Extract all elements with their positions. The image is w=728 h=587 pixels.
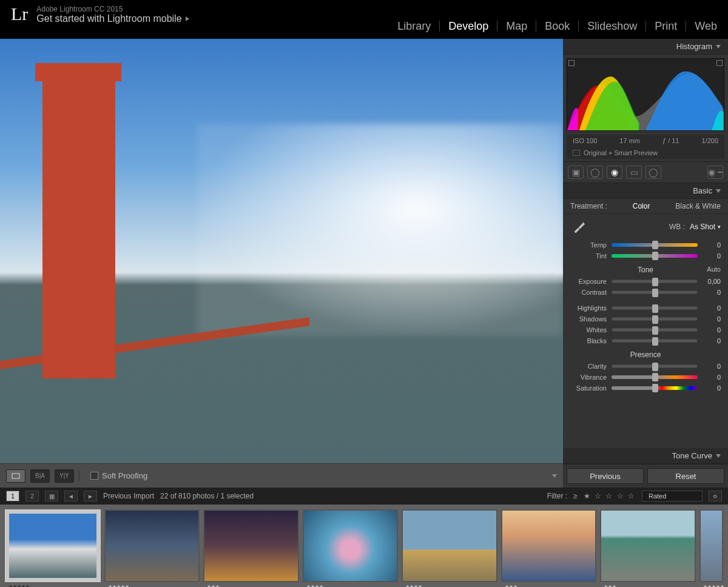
contrast-slider[interactable]: Contrast 0 (563, 287, 728, 298)
wb-label: WB : (669, 223, 685, 231)
crop-tool-icon[interactable]: ▣ (568, 166, 584, 179)
preview-toolbar: B|A Y|Y Soft Proofing (0, 463, 563, 488)
tone-curve-header[interactable]: Tone Curve (563, 448, 728, 464)
preview-icon (573, 150, 580, 156)
treatment-row: Treatment : Color Black & White (563, 199, 728, 214)
loupe-preview[interactable] (0, 39, 563, 463)
thumbnail[interactable]: ★★★★ (303, 509, 398, 582)
source-label[interactable]: Previous Import (103, 492, 154, 500)
filter-lock-icon[interactable]: ⭘ (709, 491, 722, 501)
module-library[interactable]: Library (389, 21, 440, 32)
nav-next-icon[interactable]: ► (84, 491, 97, 501)
module-picker: Library Develop Map Book Slideshow Print… (389, 5, 717, 32)
secondary-toolbar: 1 2 ▦ ◄ ► Previous Import 22 of 810 phot… (0, 488, 728, 505)
module-map[interactable]: Map (497, 21, 536, 32)
soft-proofing-toggle[interactable]: Soft Proofing (90, 471, 147, 480)
treatment-color[interactable]: Color (633, 202, 650, 210)
nav-prev-icon[interactable]: ◄ (64, 491, 78, 501)
main-area: B|A Y|Y Soft Proofing Histogram (0, 39, 728, 488)
white-balance-row: WB : As Shot ▾ (563, 214, 728, 240)
vibrance-slider[interactable]: Vibrance 0 (563, 372, 728, 383)
wb-dropdown[interactable]: As Shot ▾ (690, 223, 721, 231)
preview-column: B|A Y|Y Soft Proofing (0, 39, 563, 488)
histogram-metadata: ISO 100 17 mm ƒ / 11 1/200 (567, 135, 724, 147)
filmstrip[interactable]: ★★★★★ ★★★★★ ★★★ ★★★★ ★★★★ ★★★ ★★★ ★★★★★ (0, 505, 728, 587)
svg-rect-1 (573, 150, 580, 156)
whites-slider[interactable]: Whites 0 (563, 324, 728, 335)
reset-button[interactable]: Reset (647, 468, 724, 484)
filter-compare[interactable]: ≥ (573, 492, 578, 500)
app-title-block: Adobe Lightroom CC 2015 Get started with… (36, 5, 191, 24)
main-window-button[interactable]: 1 (6, 491, 19, 501)
before-after-split-button[interactable]: Y|Y (55, 469, 74, 483)
clarity-slider[interactable]: Clarity 0 (563, 361, 728, 372)
redeye-tool-icon[interactable]: ◉ (607, 166, 622, 179)
svg-rect-0 (12, 474, 19, 478)
histogram-graph[interactable] (567, 58, 724, 131)
chevron-right-icon (186, 16, 192, 21)
temp-slider[interactable]: Temp 0 (563, 240, 728, 250)
before-after-lr-button[interactable]: B|A (30, 469, 50, 483)
module-develop[interactable]: Develop (440, 21, 497, 32)
treatment-label: Treatment : (570, 202, 607, 210)
spot-tool-icon[interactable]: ◯ (587, 166, 603, 179)
history-buttons: Previous Reset (563, 464, 728, 488)
blacks-slider[interactable]: Blacks 0 (563, 335, 728, 346)
thumbnail[interactable]: ★★★★★ (5, 509, 101, 582)
saturation-slider[interactable]: Saturation 0 (563, 383, 728, 394)
module-book[interactable]: Book (536, 21, 579, 32)
brush-tool-icon[interactable]: ◉ (707, 166, 723, 179)
module-slideshow[interactable]: Slideshow (579, 21, 646, 32)
thumbnail[interactable]: ★★★★ (402, 509, 497, 582)
basic-panel: Treatment : Color Black & White WB : As … (563, 199, 728, 394)
previous-button[interactable]: Previous (567, 468, 644, 484)
count-label: 22 of 810 photos / 1 selected (160, 492, 254, 500)
thumbnail[interactable]: ★★★★★ (699, 509, 723, 582)
module-web[interactable]: Web (686, 21, 717, 32)
shadow-clip-icon[interactable] (568, 60, 575, 66)
auto-tone-button[interactable]: Auto (707, 266, 721, 273)
eyedropper-icon[interactable] (570, 218, 588, 236)
chevron-down-icon (716, 454, 721, 458)
tint-slider[interactable]: Tint 0 (563, 250, 728, 261)
filter-preset-dropdown[interactable]: Rated (642, 491, 703, 501)
second-window-button[interactable]: 2 (25, 491, 39, 501)
checkbox-icon (90, 472, 98, 480)
module-print[interactable]: Print (646, 21, 686, 32)
local-tools-row: ▣ ◯ ◉ ▭ ◯ ◉ (563, 161, 728, 183)
thumbnail[interactable]: ★★★ (501, 509, 596, 582)
gradient-tool-icon[interactable]: ▭ (626, 166, 642, 179)
app-logo: Lr (11, 5, 28, 23)
tone-section: Tone Auto (563, 261, 728, 276)
treatment-bw[interactable]: Black & White (675, 202, 721, 210)
preview-mode-label: Original + Smart Preview (567, 147, 724, 159)
mobile-link[interactable]: Get started with Lightroom mobile (36, 13, 191, 24)
highlight-clip-icon[interactable] (716, 60, 723, 66)
thumbnail[interactable]: ★★★ (600, 509, 695, 582)
radial-tool-icon[interactable]: ◯ (645, 166, 661, 179)
app-title: Adobe Lightroom CC 2015 (36, 5, 191, 13)
basic-panel-header[interactable]: Basic (563, 183, 728, 199)
chevron-down-icon (716, 45, 721, 49)
chevron-down-icon (716, 189, 721, 193)
loupe-view-button[interactable] (6, 469, 25, 483)
grid-view-icon[interactable]: ▦ (45, 491, 58, 501)
filter-stars[interactable]: ★ ☆ ☆ ☆ ☆ (584, 492, 636, 500)
highlights-slider[interactable]: Highlights 0 (563, 303, 728, 314)
top-bar: Lr Adobe Lightroom CC 2015 Get started w… (0, 0, 728, 39)
thumbnail[interactable]: ★★★ (203, 509, 298, 582)
toolbar-menu-icon[interactable] (552, 474, 557, 478)
histogram-header[interactable]: Histogram (563, 39, 728, 55)
exposure-slider[interactable]: Exposure 0,00 (563, 276, 728, 287)
develop-right-panel: Histogram ISO 100 17 mm ƒ / 11 1/200 (563, 39, 728, 488)
presence-section: Presence (563, 346, 728, 361)
shadows-slider[interactable]: Shadows 0 (563, 314, 728, 324)
thumbnail[interactable]: ★★★★★ (104, 509, 200, 582)
filter-label: Filter : (547, 492, 567, 500)
